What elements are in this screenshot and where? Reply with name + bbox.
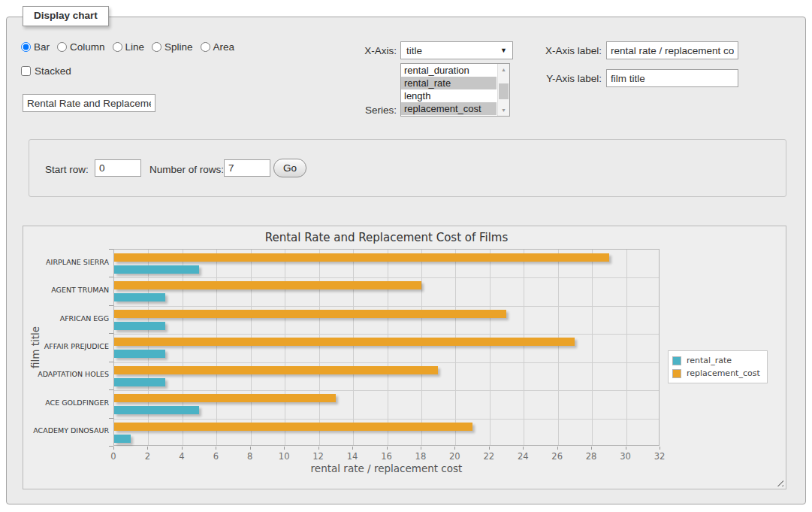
gridline-h-6 — [114, 419, 659, 420]
resize-handle-icon[interactable] — [774, 477, 783, 486]
series-list-label: Series: — [335, 105, 397, 116]
x-tick-mark-16 — [387, 447, 388, 450]
y-axis-label-input[interactable] — [606, 69, 738, 87]
x-axis-select[interactable]: title ▼ — [400, 41, 513, 59]
y-tick-mark-0 — [109, 249, 113, 250]
series-option-replacement-cost[interactable]: replacement_cost — [401, 102, 497, 115]
chart-type-radio-column[interactable] — [57, 42, 67, 52]
gridline-v-14 — [353, 250, 354, 445]
series-option-length[interactable]: length — [401, 89, 497, 102]
x-tick-mark-10 — [284, 447, 285, 450]
gridline-v-26 — [558, 250, 559, 445]
x-tick-label-12: 12 — [307, 451, 330, 462]
x-tick-mark-8 — [250, 447, 251, 450]
x-tick-label-26: 26 — [546, 451, 569, 462]
x-tick-mark-12 — [318, 447, 319, 450]
x-axis-label-field-label: X-Axis label: — [526, 45, 602, 56]
y-tick-label-academy-dinosaur: ACADEMY DINOSAUR — [26, 426, 109, 435]
x-tick-mark-24 — [523, 447, 524, 450]
x-tick-label-28: 28 — [580, 451, 602, 462]
bar-replacement-cost-adaptation-holes — [114, 366, 438, 374]
legend-swatch-rental-rate — [672, 356, 681, 365]
legend-item-rental-rate: rental_rate — [672, 354, 760, 367]
chart-type-option-line[interactable]: Line — [113, 41, 145, 53]
y-tick-label-airplane-sierra: AIRPLANE SIERRA — [26, 258, 109, 266]
number-of-rows-input[interactable] — [224, 159, 270, 177]
display-chart-page: Display chart BarColumnLineSplineArea St… — [0, 0, 812, 512]
x-tick-mark-0 — [113, 447, 114, 450]
chart-type-option-area[interactable]: Area — [201, 41, 235, 53]
chart-container: Rental Rate and Replacement Cost of Film… — [23, 226, 786, 489]
chart-title-input[interactable] — [23, 94, 155, 112]
x-axis-selected-value: title — [406, 45, 422, 56]
y-tick-label-ace-goldfinger: ACE GOLDFINGER — [26, 398, 109, 407]
gridline-h-2 — [114, 306, 659, 307]
x-tick-label-16: 16 — [376, 451, 398, 462]
chart-type-option-column[interactable]: Column — [57, 41, 105, 53]
y-tick-label-african-egg: AFRICAN EGG — [26, 314, 109, 323]
chart-type-label-column: Column — [70, 41, 105, 53]
y-tick-mark-5 — [109, 389, 113, 390]
x-tick-mark-18 — [421, 447, 421, 450]
gridline-v-30 — [626, 250, 627, 445]
x-tick-label-32: 32 — [648, 451, 671, 462]
bar-rental-rate-adaptation-holes — [114, 378, 165, 386]
gridline-h-1 — [114, 277, 659, 278]
x-axis-select-label: X-Axis: — [335, 45, 397, 56]
chart-type-option-bar[interactable]: Bar — [21, 41, 50, 53]
chart-type-label-line: Line — [125, 41, 145, 53]
x-tick-mark-14 — [352, 447, 353, 450]
gridline-v-10 — [285, 250, 285, 445]
x-tick-label-0: 0 — [102, 451, 125, 462]
chart-type-label-area: Area — [213, 41, 235, 53]
bar-replacement-cost-ace-goldfinger — [114, 394, 336, 402]
x-tick-label-24: 24 — [512, 451, 534, 462]
bar-rental-rate-african-egg — [114, 322, 165, 330]
bar-rental-rate-agent-truman — [114, 293, 165, 301]
gridline-v-12 — [319, 250, 320, 445]
x-tick-label-30: 30 — [614, 451, 637, 462]
x-tick-mark-28 — [591, 447, 592, 450]
chart-plot-area — [113, 249, 660, 446]
x-tick-label-20: 20 — [443, 451, 466, 462]
bar-replacement-cost-academy-dinosaur — [114, 423, 472, 431]
y-tick-label-affair-prejudice: AFFAIR PREJUDICE — [26, 342, 109, 350]
chart-type-radio-spline[interactable] — [152, 42, 161, 52]
gridline-v-24 — [524, 250, 524, 445]
series-listbox[interactable]: rental_durationrental_ratelengthreplacem… — [400, 63, 510, 117]
gridline-v-28 — [592, 250, 593, 445]
series-option-rental-duration[interactable]: rental_duration — [401, 64, 497, 77]
bar-replacement-cost-affair-prejudice — [114, 338, 575, 346]
bar-rental-rate-academy-dinosaur — [114, 435, 131, 443]
legend-swatch-replacement-cost — [672, 369, 681, 378]
bar-rental-rate-ace-goldfinger — [114, 406, 199, 414]
chart-type-label-spline: Spline — [165, 41, 193, 53]
scroll-up-icon[interactable]: ▲ — [498, 64, 509, 75]
x-tick-mark-26 — [557, 447, 558, 450]
panel-tab: Display chart — [23, 6, 109, 26]
go-button[interactable]: Go — [273, 159, 306, 177]
x-tick-mark-4 — [182, 447, 183, 450]
y-tick-mark-6 — [109, 418, 113, 419]
chart-type-label-bar: Bar — [34, 41, 50, 53]
x-axis-label-input[interactable] — [606, 41, 738, 59]
y-axis-label-field-label: Y-Axis label: — [526, 73, 602, 84]
series-option-rental-rate[interactable]: rental_rate — [401, 77, 497, 89]
chart-type-option-spline[interactable]: Spline — [152, 41, 193, 53]
gridline-v-8 — [251, 250, 252, 445]
stacked-checkbox-row[interactable]: Stacked — [21, 65, 71, 77]
series-scrollbar[interactable]: ▲ ▼ — [497, 64, 509, 116]
stacked-checkbox[interactable] — [21, 66, 31, 76]
number-of-rows-label: Number of rows: — [149, 164, 224, 175]
chart-type-radio-bar[interactable] — [21, 42, 31, 52]
scrollbar-thumb[interactable] — [499, 83, 509, 99]
chart-title: Rental Rate and Replacement Cost of Film… — [113, 231, 660, 244]
gridline-v-22 — [490, 250, 491, 445]
chart-type-radio-area[interactable] — [201, 42, 210, 52]
scroll-down-icon[interactable]: ▼ — [498, 105, 509, 116]
chart-legend: rental_ratereplacement_cost — [668, 350, 768, 383]
gridline-h-3 — [114, 334, 659, 335]
chart-type-radio-line[interactable] — [113, 42, 122, 52]
legend-label-replacement-cost: replacement_cost — [687, 368, 760, 378]
start-row-input[interactable] — [95, 159, 141, 177]
